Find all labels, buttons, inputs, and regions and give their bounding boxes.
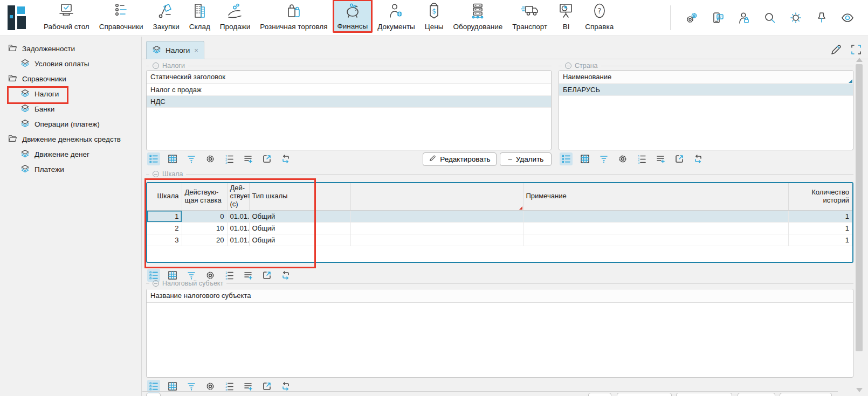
country-list-header[interactable]: Наименование — [559, 71, 853, 84]
edit-button[interactable]: Редактировать — [423, 152, 497, 166]
menu-item-purchases[interactable]: Закупки — [148, 1, 184, 33]
sidebar-item-references[interactable]: Справочники — [0, 71, 141, 86]
tab-taxes[interactable]: Налоги × — [146, 41, 204, 59]
list-item[interactable]: БЕЛАРУСЬ — [559, 84, 853, 96]
fullscreen-icon[interactable] — [850, 43, 863, 56]
taxes-list-header[interactable]: Статический заголовок — [147, 71, 551, 84]
table-cell[interactable] — [350, 234, 523, 246]
cutoff-button[interactable] — [780, 393, 832, 396]
vertical-scrollbar[interactable] — [855, 58, 864, 392]
refresh-icon[interactable] — [279, 152, 292, 165]
tab-close-icon[interactable]: × — [194, 46, 198, 54]
eye-icon[interactable] — [841, 11, 854, 24]
table-cell[interactable] — [523, 210, 788, 222]
table-cell[interactable]: Общий — [249, 222, 350, 234]
user-lock-icon[interactable] — [738, 11, 750, 24]
table-cell[interactable]: 1 — [788, 234, 852, 246]
menu-item-references[interactable]: Справочники — [94, 1, 148, 33]
cutoff-button[interactable] — [146, 393, 161, 396]
cutoff-button[interactable] — [588, 393, 611, 396]
sidebar-item-taxes[interactable]: Налоги — [0, 86, 141, 101]
add-row-icon[interactable] — [242, 152, 254, 165]
table-cell[interactable]: 01.01.01 — [227, 222, 249, 234]
sidebar-item-banks[interactable]: Банки — [0, 101, 141, 116]
menu-item-desktop[interactable]: Рабочий стол — [39, 1, 94, 33]
column-header[interactable]: Шкала — [147, 183, 182, 210]
refresh-icon[interactable] — [692, 152, 705, 165]
table-cell[interactable]: Общий — [249, 234, 350, 246]
pin-icon[interactable] — [815, 11, 828, 24]
cutoff-button[interactable] — [738, 393, 775, 396]
menu-item-documents[interactable]: Документы — [373, 1, 420, 33]
list-view-icon[interactable] — [147, 152, 160, 165]
sidebar-item-payment-operations[interactable]: Операции (платеж) — [0, 116, 141, 131]
table-cell[interactable]: 1 — [788, 222, 852, 234]
column-header[interactable]: Действую-щая ставка — [182, 183, 227, 210]
list-item[interactable]: НДС — [147, 96, 551, 108]
menu-item-equipment[interactable]: Оборудование — [448, 1, 507, 33]
menu-item-warehouse[interactable]: Склад — [184, 1, 215, 33]
table-cell[interactable]: 1 — [147, 210, 182, 222]
table-cell[interactable]: 3 — [147, 234, 182, 246]
menu-item-finance[interactable]: Финансы — [333, 0, 373, 33]
menu-item-help[interactable]: ? Справка — [580, 1, 618, 33]
table-cell[interactable] — [350, 210, 523, 222]
table-row[interactable]: 2 10 01.01.01 Общий 1 — [147, 222, 852, 234]
table-cell[interactable] — [523, 234, 788, 246]
menu-item-transport[interactable]: Транспорт — [507, 1, 552, 33]
scroll-up-icon[interactable] — [856, 58, 863, 62]
list-item[interactable]: Налог с продаж — [147, 84, 551, 96]
column-header[interactable]: Тип шкалы — [249, 183, 350, 210]
tax-subject-list-header[interactable]: Название налогового субъекта — [147, 289, 853, 303]
delete-button[interactable]: − Удалить — [500, 152, 552, 166]
numbered-list-icon[interactable]: 123 — [223, 152, 236, 165]
grid-view-icon[interactable] — [166, 152, 179, 165]
sidebar-item-payments[interactable]: Платежи — [0, 162, 141, 177]
scroll-down-icon[interactable] — [856, 388, 863, 392]
edit-mode-icon[interactable] — [830, 43, 843, 56]
menu-item-sales[interactable]: Продажи — [215, 1, 255, 33]
table-cell[interactable]: 1 — [788, 210, 852, 222]
collapse-icon[interactable] — [565, 62, 571, 69]
table-cell[interactable]: 01.01.01 — [227, 210, 249, 222]
table-row[interactable]: 3 20 01.01.01 Общий 1 — [147, 234, 852, 246]
collapse-icon[interactable] — [153, 171, 159, 177]
cutoff-button[interactable] — [617, 393, 672, 396]
collapse-icon[interactable] — [153, 62, 159, 69]
device-chat-icon[interactable] — [712, 11, 725, 24]
collapse-icon[interactable] — [153, 280, 159, 287]
settings-gears-icon[interactable] — [686, 11, 699, 24]
add-row-icon[interactable] — [654, 152, 667, 165]
table-cell[interactable]: 10 — [182, 222, 227, 234]
numbered-list-icon[interactable]: 123 — [635, 152, 648, 165]
sidebar-item-money-movement[interactable]: Движение денег — [0, 147, 141, 162]
settings-icon[interactable] — [204, 152, 217, 165]
menu-item-bi[interactable]: BI — [552, 1, 580, 33]
search-icon[interactable] — [763, 11, 776, 24]
cutoff-button[interactable] — [676, 393, 732, 396]
column-header[interactable]: Дей-ствует (с) — [227, 183, 249, 210]
column-header-filler[interactable] — [350, 183, 523, 210]
open-in-new-icon[interactable] — [260, 152, 273, 165]
grid-view-icon[interactable] — [578, 152, 591, 165]
sidebar-item-debts[interactable]: Задолженности — [0, 41, 141, 56]
sidebar-item-payment-terms[interactable]: Условия оплаты — [0, 56, 141, 71]
settings-icon[interactable] — [616, 152, 629, 165]
table-cell[interactable]: 20 — [182, 234, 227, 246]
brightness-icon[interactable] — [789, 11, 802, 24]
menu-item-retail[interactable]: Розничная торговля — [255, 1, 332, 33]
table-cell[interactable] — [523, 222, 788, 234]
table-row[interactable]: 1 0 01.01.01 Общий 1 — [147, 210, 852, 222]
table-cell[interactable]: 01.01.01 — [227, 234, 249, 246]
filter-icon[interactable] — [185, 152, 198, 165]
table-cell[interactable]: 0 — [182, 210, 227, 222]
open-in-new-icon[interactable] — [673, 152, 686, 165]
filter-icon[interactable] — [597, 152, 610, 165]
column-header[interactable]: Примечание — [523, 183, 788, 210]
column-header[interactable]: Количество историй — [788, 183, 852, 210]
scrollbar-thumb[interactable] — [856, 64, 863, 351]
menu-item-prices[interactable]: $ Цены — [420, 1, 449, 33]
table-cell[interactable]: 2 — [147, 222, 182, 234]
sidebar-item-cash-flow[interactable]: Движение денежных средств — [0, 131, 141, 147]
table-cell[interactable] — [350, 222, 523, 234]
